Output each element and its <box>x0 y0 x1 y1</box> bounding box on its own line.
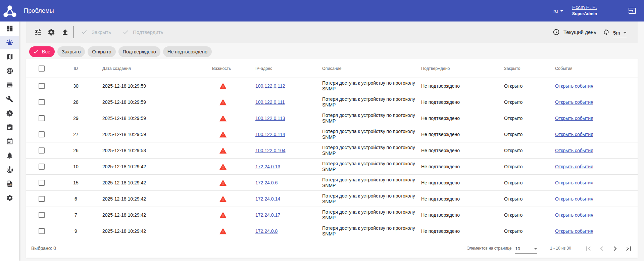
close-problem-button[interactable]: Закрыть <box>81 21 111 43</box>
ip-link[interactable]: 100.122.0.111 <box>255 99 285 105</box>
ip-link[interactable]: 172.24.0.13 <box>255 164 280 169</box>
first-page-button[interactable] <box>582 242 595 255</box>
sidebar-item-network[interactable] <box>0 64 19 78</box>
table-settings-gear-icon[interactable] <box>47 28 55 36</box>
ping-status-icon <box>6 166 13 173</box>
next-page-button[interactable] <box>608 242 622 255</box>
open-events-link[interactable]: Открыть события <box>555 228 593 234</box>
open-events-link[interactable]: Открыть события <box>555 132 593 137</box>
open-events-link[interactable]: Открыть события <box>555 212 593 218</box>
filter-tune-icon[interactable] <box>34 28 42 36</box>
period-label: Текущий день <box>563 29 596 35</box>
open-events-link[interactable]: Открыть события <box>555 116 593 121</box>
sidebar-item-devices[interactable] <box>0 78 19 92</box>
warning-triangle-icon <box>219 179 227 187</box>
chip-open[interactable]: Открыто <box>88 46 115 57</box>
table-row: 29 2025-12-18 10:29:59 100.122.0.113 Пот… <box>26 110 638 126</box>
cell-confirmed: Не подтверждено <box>421 142 460 159</box>
ip-link[interactable]: 100.122.0.113 <box>255 116 285 121</box>
column-header-confirmed: Подтверждено <box>421 59 450 78</box>
ip-link[interactable]: 172.24.0.6 <box>255 180 278 185</box>
row-checkbox[interactable] <box>39 228 45 234</box>
warning-triangle-icon <box>219 227 227 235</box>
ip-link[interactable]: 100.122.0.114 <box>255 132 285 137</box>
open-events-link[interactable]: Открыть события <box>555 99 593 105</box>
sidebar-item-settings[interactable] <box>0 191 19 205</box>
warning-triangle-icon <box>219 115 227 122</box>
table-row: 15 2025-12-18 10:29:42 172.24.0.6 Потеря… <box>26 175 638 191</box>
row-checkbox[interactable] <box>39 212 45 218</box>
table-row: 26 2025-12-18 10:29:53 100.122.0.104 Пот… <box>26 142 638 159</box>
sidebar-item-tools[interactable] <box>0 92 19 106</box>
cell-id: 26 <box>66 142 86 159</box>
row-checkbox[interactable] <box>39 115 45 121</box>
map-icon <box>6 53 13 60</box>
chip-confirmed-label: Подтверждено <box>123 49 156 54</box>
sidebar-item-ping[interactable] <box>0 163 19 177</box>
cell-confirmed: Не подтверждено <box>421 175 460 191</box>
warning-triangle-icon <box>219 82 227 90</box>
warning-triangle-icon <box>219 147 227 155</box>
row-checkbox[interactable] <box>39 196 45 202</box>
row-checkbox[interactable] <box>39 147 45 154</box>
log-file-icon: LOG <box>6 180 13 187</box>
assignment-icon <box>6 124 13 131</box>
cell-description: Потеря доступа к устройству по протоколу… <box>322 94 422 110</box>
open-events-link[interactable]: Открыть события <box>555 164 593 169</box>
column-header-id: ID <box>66 59 86 78</box>
row-checkbox[interactable] <box>39 164 45 170</box>
export-upload-icon[interactable] <box>61 28 69 36</box>
cell-confirmed: Не подтверждено <box>421 78 460 94</box>
app-logo-icon <box>2 3 17 19</box>
cell-events: Открыть события <box>555 94 593 110</box>
sidebar-item-alarms[interactable] <box>0 106 19 120</box>
row-checkbox[interactable] <box>39 131 45 137</box>
row-checkbox[interactable] <box>39 99 45 105</box>
chip-confirmed[interactable]: Подтверждено <box>118 46 160 57</box>
column-header-ip: IP-адрес <box>255 59 272 78</box>
ip-link[interactable]: 172.24.0.17 <box>255 212 280 218</box>
table-row: 27 2025-12-18 10:29:59 100.122.0.114 Пот… <box>26 126 638 142</box>
open-events-link[interactable]: Открыть события <box>555 148 593 153</box>
open-events-link[interactable]: Открыть события <box>555 180 593 185</box>
cell-closed: Открыто <box>504 110 523 126</box>
chip-unconfirmed[interactable]: Не подтверждено <box>163 46 212 57</box>
sidebar-item-schedule[interactable] <box>0 134 19 148</box>
cell-id: 6 <box>66 191 86 207</box>
chip-all[interactable]: Все <box>29 46 55 57</box>
open-events-link[interactable]: Открыть события <box>555 83 593 89</box>
cell-created: 2025-12-18 10:29:59 <box>102 110 146 126</box>
confirm-problem-button[interactable]: Подтвердить <box>122 21 163 43</box>
last-page-button[interactable] <box>622 242 635 255</box>
ip-link[interactable]: 100.122.0.104 <box>255 148 286 153</box>
select-all-checkbox[interactable] <box>39 66 45 72</box>
open-events-link[interactable]: Открыть события <box>555 196 593 202</box>
cell-ip: 100.122.0.114 <box>255 126 285 142</box>
previous-page-button[interactable] <box>595 242 608 255</box>
ip-link[interactable]: 100.122.0.112 <box>255 83 285 89</box>
cell-ip: 172.24.0.13 <box>255 159 280 175</box>
sidebar-item-map[interactable] <box>0 50 19 64</box>
ip-link[interactable]: 172.24.0.8 <box>255 228 278 234</box>
row-checkbox[interactable] <box>39 83 45 89</box>
logout-icon[interactable] <box>628 7 636 15</box>
period-select[interactable]: Текущий день <box>553 21 596 43</box>
refresh-interval-control[interactable]: 5m <box>603 21 627 43</box>
sidebar-item-logs[interactable]: LOG <box>0 177 19 191</box>
items-per-page-select[interactable]: 10 <box>515 244 537 254</box>
cell-description: Потеря доступа к устройству по протоколу… <box>322 126 422 142</box>
sidebar-item-notifications[interactable] <box>0 148 19 163</box>
cell-ip: 172.24.0.14 <box>255 191 280 207</box>
user-name-link[interactable]: Eccm E. E. <box>571 4 599 10</box>
sidebar-item-dashboard[interactable] <box>0 21 19 36</box>
cell-id: 9 <box>66 223 86 239</box>
sidebar-item-tasks[interactable] <box>0 120 19 134</box>
language-select[interactable]: ru <box>553 0 563 21</box>
warning-triangle-icon <box>219 211 227 219</box>
row-checkbox[interactable] <box>39 180 45 186</box>
cell-events: Открыть события <box>555 207 593 223</box>
chip-closed[interactable]: Закрыто <box>57 46 85 57</box>
sidebar-item-problems[interactable] <box>0 36 19 49</box>
ip-link[interactable]: 172.24.0.14 <box>255 196 280 202</box>
refresh-interval-select[interactable]: 5m <box>613 27 627 37</box>
